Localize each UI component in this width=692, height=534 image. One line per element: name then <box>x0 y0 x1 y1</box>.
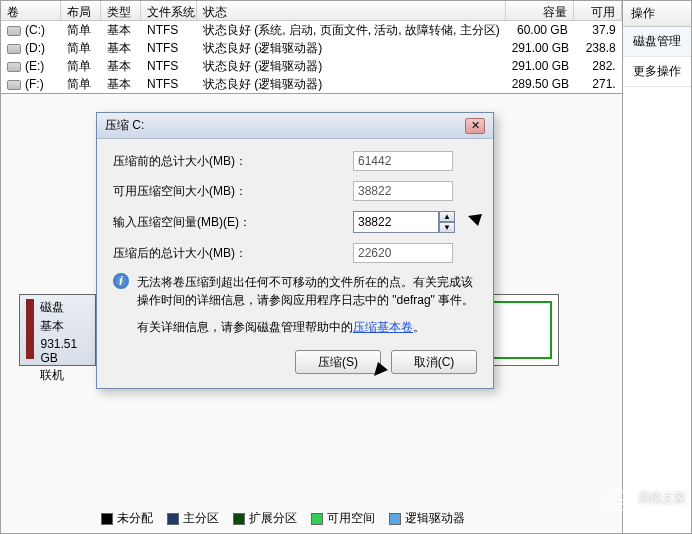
disk-state: 联机 <box>40 367 89 384</box>
value-total-before: 61442 <box>353 151 453 171</box>
info-text: 无法将卷压缩到超出任何不可移动的文件所在的点。有关完成该操作时间的详细信息，请参… <box>137 273 477 309</box>
cancel-button[interactable]: 取消(C) <box>391 350 477 374</box>
table-row[interactable]: (D:)简单基本NTFS状态良好 (逻辑驱动器)291.00 GB238.8 <box>1 39 622 57</box>
col-free[interactable]: 可用 <box>574 1 622 20</box>
legend-logical: 逻辑驱动器 <box>405 511 465 525</box>
disk-type: 基本 <box>40 318 89 335</box>
col-volume[interactable]: 卷 <box>1 1 61 20</box>
disk-label: 磁盘 基本 931.51 GB 联机 <box>20 295 96 365</box>
legend-primary: 主分区 <box>183 511 219 525</box>
value-total-after: 22620 <box>353 243 453 263</box>
disk-name: 磁盘 <box>40 299 89 316</box>
col-layout[interactable]: 布局 <box>61 1 101 20</box>
help-link[interactable]: 压缩基本卷 <box>353 320 413 334</box>
watermark: 系统之家 <box>602 482 686 514</box>
shrink-dialog: 压缩 C: ✕ 压缩前的总计大小(MB)： 61442 可用压缩空间大小(MB)… <box>96 112 494 389</box>
legend-free: 可用空间 <box>327 511 375 525</box>
legend-extended: 扩展分区 <box>249 511 297 525</box>
label-total-after: 压缩后的总计大小(MB)： <box>113 245 353 262</box>
label-shrink-amount: 输入压缩空间量(MB)(E)： <box>113 214 353 231</box>
dialog-title: 压缩 C: <box>105 117 144 134</box>
spin-down-icon[interactable]: ▼ <box>439 222 455 233</box>
col-capacity[interactable]: 容量 <box>506 1 574 20</box>
help-prefix: 有关详细信息，请参阅磁盘管理帮助中的 <box>137 320 353 334</box>
col-type[interactable]: 类型 <box>101 1 141 20</box>
table-row[interactable]: (F:)简单基本NTFS状态良好 (逻辑驱动器)289.50 GB271. <box>1 75 622 93</box>
spin-up-icon[interactable]: ▲ <box>439 211 455 222</box>
action-more[interactable]: 更多操作 <box>623 57 691 87</box>
table-row[interactable]: (E:)简单基本NTFS状态良好 (逻辑驱动器)291.00 GB282. <box>1 57 622 75</box>
shrink-amount-input[interactable] <box>353 211 439 233</box>
action-disk-management[interactable]: 磁盘管理 <box>623 27 691 57</box>
value-available-shrink: 38822 <box>353 181 453 201</box>
col-filesystem[interactable]: 文件系统 <box>141 1 197 20</box>
actions-header: 操作 <box>623 1 691 27</box>
shrink-button[interactable]: 压缩(S) <box>295 350 381 374</box>
legend: 未分配 主分区 扩展分区 可用空间 逻辑驱动器 <box>101 510 465 527</box>
disk-size: 931.51 GB <box>40 337 89 365</box>
dialog-titlebar[interactable]: 压缩 C: ✕ <box>97 113 493 139</box>
table-header: 卷 布局 类型 文件系统 状态 容量 可用 <box>1 1 622 21</box>
label-total-before: 压缩前的总计大小(MB)： <box>113 153 353 170</box>
col-status[interactable]: 状态 <box>197 1 506 20</box>
volume-table: 卷 布局 类型 文件系统 状态 容量 可用 (C:)简单基本NTFS状态良好 (… <box>1 1 622 94</box>
table-row[interactable]: (C:)简单基本NTFS状态良好 (系统, 启动, 页面文件, 活动, 故障转储… <box>1 21 622 39</box>
info-icon: i <box>113 273 129 289</box>
label-available-shrink: 可用压缩空间大小(MB)： <box>113 183 353 200</box>
close-icon[interactable]: ✕ <box>465 118 485 134</box>
actions-pane: 操作 磁盘管理 更多操作 <box>623 1 691 533</box>
legend-unallocated: 未分配 <box>117 511 153 525</box>
